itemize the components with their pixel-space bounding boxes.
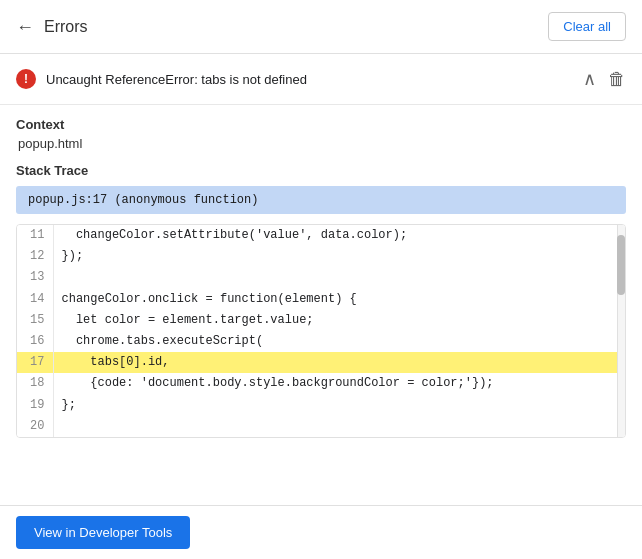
table-row: 16 chrome.tabs.executeScript(: [17, 331, 625, 352]
error-message: Uncaught ReferenceError: tabs is not def…: [46, 72, 307, 87]
stack-trace-highlight: popup.js:17 (anonymous function): [16, 186, 626, 214]
line-number: 19: [17, 395, 53, 416]
line-code: });: [53, 246, 625, 267]
table-row: 19};: [17, 395, 625, 416]
main-content: ! Uncaught ReferenceError: tabs is not d…: [0, 54, 642, 505]
context-label: Context: [16, 117, 626, 132]
line-number: 14: [17, 289, 53, 310]
line-code: [53, 267, 625, 288]
line-code: [53, 416, 625, 437]
dev-tools-button[interactable]: View in Developer Tools: [16, 516, 190, 549]
line-number: 20: [17, 416, 53, 437]
code-table: 11 changeColor.setAttribute('value', dat…: [17, 225, 625, 437]
page-title: Errors: [44, 18, 88, 36]
table-row: 13: [17, 267, 625, 288]
line-code: changeColor.setAttribute('value', data.c…: [53, 225, 625, 246]
context-value: popup.html: [16, 136, 626, 151]
table-row: 12});: [17, 246, 625, 267]
table-row: 17 tabs[0].id,: [17, 352, 625, 373]
code-block: 11 changeColor.setAttribute('value', dat…: [16, 224, 626, 438]
page-header: ← Errors Clear all: [0, 0, 642, 54]
error-item-right: ∧ 🗑: [583, 68, 626, 90]
line-code: let color = element.target.value;: [53, 310, 625, 331]
table-row: 14changeColor.onclick = function(element…: [17, 289, 625, 310]
table-row: 18 {code: 'document.body.style.backgroun…: [17, 373, 625, 394]
line-code: {code: 'document.body.style.backgroundCo…: [53, 373, 625, 394]
bottom-bar: View in Developer Tools: [0, 505, 642, 559]
error-icon: !: [16, 69, 36, 89]
line-code: changeColor.onclick = function(element) …: [53, 289, 625, 310]
clear-all-button[interactable]: Clear all: [548, 12, 626, 41]
line-code: tabs[0].id,: [53, 352, 625, 373]
back-button[interactable]: ←: [16, 18, 34, 36]
line-number: 18: [17, 373, 53, 394]
line-number: 16: [17, 331, 53, 352]
table-row: 15 let color = element.target.value;: [17, 310, 625, 331]
table-row: 11 changeColor.setAttribute('value', dat…: [17, 225, 625, 246]
error-item-left: ! Uncaught ReferenceError: tabs is not d…: [16, 69, 307, 89]
line-number: 12: [17, 246, 53, 267]
table-row: 20: [17, 416, 625, 437]
collapse-icon[interactable]: ∧: [583, 68, 596, 90]
delete-error-icon[interactable]: 🗑: [608, 69, 626, 90]
line-code: chrome.tabs.executeScript(: [53, 331, 625, 352]
scrollbar[interactable]: [617, 225, 625, 437]
line-number: 13: [17, 267, 53, 288]
stack-trace-label: Stack Trace: [16, 163, 626, 178]
details-section: Context popup.html Stack Trace popup.js:…: [0, 105, 642, 438]
line-number: 15: [17, 310, 53, 331]
line-number: 17: [17, 352, 53, 373]
scrollbar-thumb[interactable]: [617, 235, 625, 295]
error-item: ! Uncaught ReferenceError: tabs is not d…: [0, 54, 642, 105]
line-code: };: [53, 395, 625, 416]
header-left: ← Errors: [16, 18, 88, 36]
line-number: 11: [17, 225, 53, 246]
